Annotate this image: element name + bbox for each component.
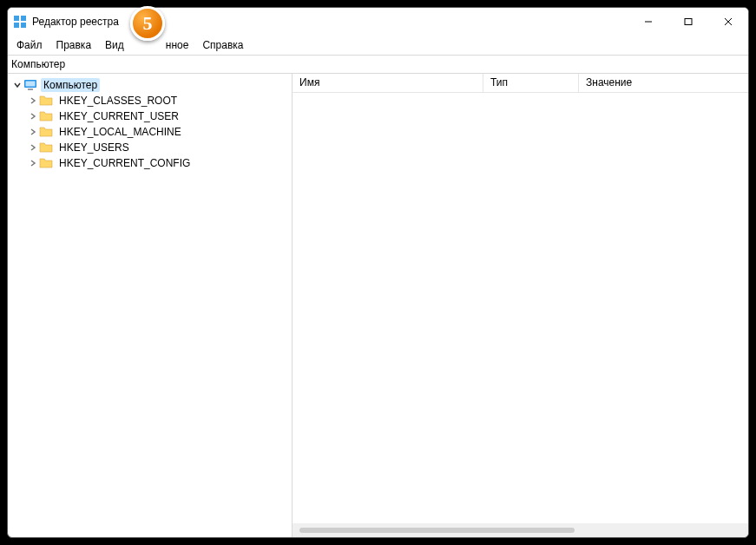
column-type[interactable]: Тип	[483, 74, 579, 92]
folder-icon	[39, 141, 53, 154]
folder-icon	[39, 125, 53, 139]
tree-item-label: HKEY_USERS	[56, 141, 132, 154]
tree-root[interactable]: Компьютер	[8, 77, 292, 93]
tree-pane[interactable]: Компьютер HKEY_CLASSES_ROOT HKEY_CURRE	[8, 74, 293, 537]
folder-icon	[39, 94, 53, 108]
tree-item-label: HKEY_CURRENT_CONFIG	[56, 156, 193, 170]
regedit-icon	[13, 15, 27, 29]
horizontal-scrollbar[interactable]	[293, 523, 748, 537]
step-badge: 5	[130, 6, 165, 41]
menu-help[interactable]: Справка	[195, 37, 250, 53]
chevron-down-icon[interactable]	[11, 82, 23, 89]
folder-icon	[39, 156, 53, 170]
close-button[interactable]	[708, 8, 748, 36]
svg-rect-5	[685, 19, 692, 25]
window-controls	[628, 8, 748, 36]
tree-item-hku[interactable]: HKEY_USERS	[8, 140, 292, 155]
window-frame: Редактор реестра Файл Правка Вид нное Сп…	[7, 7, 749, 538]
tree-item-hkcu[interactable]: HKEY_CURRENT_USER	[8, 108, 292, 124]
svg-rect-10	[28, 89, 33, 90]
column-value[interactable]: Значение	[579, 74, 748, 92]
tree-item-hklm[interactable]: HKEY_LOCAL_MACHINE	[8, 124, 292, 140]
chevron-right-icon[interactable]	[27, 97, 39, 104]
step-number: 5	[143, 14, 153, 33]
svg-rect-2	[14, 23, 19, 28]
tree-item-label: HKEY_CURRENT_USER	[56, 109, 181, 123]
menu-favorites-suffix[interactable]: нное	[166, 37, 196, 53]
maximize-button[interactable]	[668, 8, 708, 36]
computer-icon	[23, 78, 37, 92]
tree-item-hkcc[interactable]: HKEY_CURRENT_CONFIG	[8, 155, 292, 171]
tree-item-hkcr[interactable]: HKEY_CLASSES_ROOT	[8, 93, 292, 108]
tree-item-label: HKEY_CLASSES_ROOT	[56, 94, 180, 108]
list-header: Имя Тип Значение	[293, 74, 748, 93]
tree-item-label: HKEY_LOCAL_MACHINE	[56, 125, 184, 139]
menubar: Файл Правка Вид нное Справка	[8, 36, 748, 55]
menu-file[interactable]: Файл	[10, 37, 49, 53]
titlebar: Редактор реестра	[8, 8, 748, 36]
address-bar[interactable]: Компьютер	[8, 55, 748, 74]
svg-rect-0	[14, 16, 19, 21]
minimize-button[interactable]	[628, 8, 668, 36]
chevron-right-icon[interactable]	[27, 113, 39, 120]
svg-rect-9	[26, 82, 36, 87]
chevron-right-icon[interactable]	[27, 128, 39, 135]
svg-rect-1	[21, 16, 26, 21]
svg-rect-3	[21, 23, 26, 28]
chevron-right-icon[interactable]	[27, 144, 39, 151]
folder-icon	[39, 109, 53, 123]
list-pane: Имя Тип Значение	[293, 74, 748, 537]
chevron-right-icon[interactable]	[27, 160, 39, 167]
window-title: Редактор реестра	[32, 16, 119, 28]
address-text: Компьютер	[11, 58, 65, 70]
main-split: Компьютер HKEY_CLASSES_ROOT HKEY_CURRE	[8, 74, 748, 537]
column-name[interactable]: Имя	[293, 74, 483, 92]
list-body[interactable]	[293, 93, 748, 523]
tree-root-label: Компьютер	[41, 78, 100, 92]
menu-edit[interactable]: Правка	[49, 37, 99, 53]
menu-view[interactable]: Вид	[98, 37, 131, 53]
